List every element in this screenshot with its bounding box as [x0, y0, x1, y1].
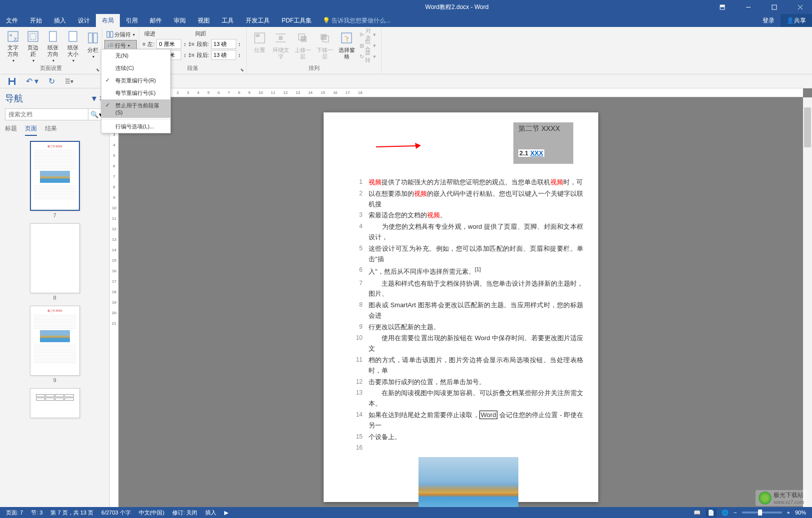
thumb-page-8[interactable]: 8 — [30, 223, 80, 301]
tab-layout[interactable]: 布局 — [96, 14, 120, 27]
doc-line[interactable]: 5这些设计可互为补充。例如，您可以添加匹配的封面、页眉和提要栏。单击"插 — [354, 244, 583, 265]
selection-pane-button[interactable]: 选择窗格 — [336, 29, 358, 64]
doc-line[interactable]: 4 为使您的文档具有专业外观，word 提供了页眉、页脚、封面和文本框设计， — [354, 222, 583, 243]
vertical-ruler[interactable]: 123456789101112131415161718192021 — [110, 97, 119, 507]
svg-rect-12 — [69, 31, 77, 41]
menu-line-numbering-options[interactable]: 行编号选项(L)... — [101, 120, 170, 133]
zoom-out-button[interactable]: − — [734, 510, 737, 516]
document-viewport: 321123456789101112131415161718 123456789… — [110, 88, 812, 507]
wrap-text-button[interactable]: 环绕文字 — [270, 29, 292, 64]
status-words[interactable]: 6/2703 个字 — [101, 509, 131, 517]
tab-references[interactable]: 引用 — [120, 14, 144, 27]
redo-button[interactable]: ↻ — [45, 75, 58, 87]
macro-record-icon[interactable]: ▶ — [224, 510, 228, 516]
doc-line[interactable]: 13 在新的阅读视图中阅读更加容易。可以折叠文档某些部分并关注所需文本。 — [354, 388, 583, 409]
bring-forward-button[interactable]: 上移一层 — [292, 29, 314, 64]
spacing-after-input[interactable] — [211, 50, 236, 60]
doc-line[interactable]: 16 — [354, 443, 583, 453]
close-button[interactable] — [790, 0, 810, 14]
search-input[interactable] — [5, 109, 88, 120]
margins-button[interactable]: 页边距▾ — [23, 29, 43, 64]
paragraph-launcher[interactable]: ⬊ — [239, 67, 245, 73]
minimize-button[interactable] — [738, 0, 758, 14]
page-thumbnails[interactable]: 第二节 XXXX7 8 第三节 XXXX9 — [5, 141, 104, 503]
save-button[interactable] — [5, 76, 19, 86]
thumb-page-10[interactable] — [30, 388, 80, 418]
doc-line[interactable]: 7 主题和样式也有助于文档保持协调。当您单击设计并选择新的主题时，图片、 — [354, 279, 583, 300]
view-web-icon[interactable]: 🌐 — [722, 510, 729, 516]
scrollbar-thumb[interactable] — [804, 107, 811, 147]
tab-home[interactable]: 开始 — [24, 14, 48, 27]
nav-tab-pages[interactable]: 页面 — [25, 124, 37, 136]
doc-line[interactable]: 9行更改以匹配新的主题。 — [354, 322, 583, 333]
document-image[interactable] — [418, 457, 518, 507]
status-section[interactable]: 节: 3 — [31, 509, 42, 517]
zoom-level[interactable]: 90% — [795, 510, 806, 516]
login-link[interactable]: 登录 — [757, 14, 781, 27]
tab-tools[interactable]: 工具 — [216, 14, 240, 27]
tab-review[interactable]: 审阅 — [168, 14, 192, 27]
undo-button[interactable]: ↶ ▾ — [23, 75, 41, 87]
section-heading[interactable]: 第二节 XXXX — [518, 124, 568, 133]
orientation-button[interactable]: 纸张方向▾ — [43, 29, 63, 64]
doc-line[interactable]: 14如果在达到结尾处之前需要停止读取，Word 会记住您的停止位置 - 即使在另… — [354, 410, 583, 431]
thumb-page-7[interactable]: 第二节 XXXX7 — [30, 141, 80, 218]
spacing-after-label: 段后: — [197, 51, 209, 59]
tab-design[interactable]: 设计 — [72, 14, 96, 27]
doc-line[interactable]: 12击要添加行或列的位置，然后单击加号。 — [354, 377, 583, 388]
qat-customize[interactable]: ☰▾ — [62, 77, 76, 86]
spacing-before-input[interactable] — [211, 39, 236, 49]
rotate-button[interactable]: ↻旋转▾ — [358, 51, 378, 62]
tab-developer[interactable]: 开发工具 — [240, 14, 276, 27]
tab-mail[interactable]: 邮件 — [144, 14, 168, 27]
page-setup-launcher[interactable]: ⬊ — [95, 67, 101, 73]
tab-view[interactable]: 视图 — [192, 14, 216, 27]
zoom-slider[interactable] — [742, 512, 782, 514]
zoom-in-button[interactable]: + — [787, 510, 790, 516]
nav-tab-headings[interactable]: 标题 — [5, 124, 17, 136]
columns-button[interactable]: 分栏▾ — [83, 29, 103, 64]
breaks-button[interactable]: 分隔符▾ — [104, 29, 137, 40]
status-page[interactable]: 页面: 7 — [6, 509, 23, 517]
menu-suppress-current[interactable]: ✓禁止用于当前段落(S) — [101, 99, 170, 118]
menu-continuous[interactable]: 连续(C) — [101, 62, 170, 74]
group-label: 页面设置 — [0, 63, 102, 73]
status-insert[interactable]: 插入 — [205, 509, 216, 517]
menu-none[interactable]: 无(N) — [101, 49, 170, 62]
doc-line[interactable]: 2以在想要添加的视频的嵌入代码中进行粘贴。您也可以键入一个关键字以联机搜 — [354, 189, 583, 210]
position-button[interactable]: 位置 — [250, 29, 270, 64]
size-button[interactable]: 纸张大小▾ — [63, 29, 83, 64]
doc-line[interactable]: 10 使用在需要位置出现的新按钮在 Word 中保存时间。若要更改图片适应文 — [354, 333, 583, 354]
svg-rect-0 — [720, 7, 725, 9]
share-button[interactable]: 👤 共享 — [781, 14, 812, 27]
text-direction-button[interactable]: A文文字方向▾ — [3, 29, 23, 64]
doc-line[interactable]: 8图表或 SmartArt 图形将会更改以匹配新的主题。当应用样式时，您的标题会… — [354, 300, 583, 321]
nav-tab-results[interactable]: 结果 — [45, 124, 57, 136]
doc-line[interactable]: 11档的方式，请单击该图片，图片旁边将会显示布局选项按钮。当处理表格时，单 — [354, 355, 583, 376]
vertical-scrollbar[interactable] — [803, 97, 812, 507]
status-revise[interactable]: 修订: 关闭 — [172, 509, 197, 517]
view-print-icon[interactable]: 📄 — [706, 509, 717, 517]
subsection-link[interactable]: XXX — [530, 149, 543, 157]
ribbon-display-options[interactable] — [712, 0, 732, 14]
document-page[interactable]: 第二节 XXXX 2.1 XXX 1视频提供了功能强大的方法帮助您证明您的观点。… — [324, 112, 598, 502]
doc-line[interactable]: 1视频提供了功能强大的方法帮助您证明您的观点。当您单击联机视频时，可 — [354, 177, 583, 188]
menu-restart-each-page[interactable]: ✓每页重编行号(R) — [101, 74, 170, 87]
maximize-button[interactable] — [764, 0, 784, 14]
tab-pdf[interactable]: PDF工具集 — [276, 14, 318, 27]
tab-file[interactable]: 文件 — [0, 14, 24, 27]
doc-line[interactable]: 15个设备上。 — [354, 432, 583, 443]
indent-left-input[interactable] — [156, 39, 181, 49]
status-lang[interactable]: 中文(中国) — [139, 509, 164, 517]
status-pages[interactable]: 第 7 页，共 13 页 — [50, 509, 93, 517]
horizontal-ruler[interactable]: 321123456789101112131415161718 — [124, 88, 803, 97]
view-read-icon[interactable]: 📖 — [694, 510, 701, 516]
send-backward-button[interactable]: 下移一层 — [314, 29, 336, 64]
menu-restart-each-section[interactable]: 每节重编行号(E) — [101, 87, 170, 99]
tab-insert[interactable]: 插入 — [48, 14, 72, 27]
doc-line[interactable]: 6入"，然后从不同库中选择所需元素。[1] — [354, 265, 583, 277]
thumb-page-9[interactable]: 第三节 XXXX9 — [30, 306, 80, 383]
doc-line[interactable]: 3索最适合您的文档的视频。 — [354, 210, 583, 221]
document-scroll[interactable]: 第二节 XXXX 2.1 XXX 1视频提供了功能强大的方法帮助您证明您的观点。… — [119, 97, 803, 507]
tell-me-input[interactable]: 💡 告诉我您想要做什么... — [323, 16, 391, 25]
